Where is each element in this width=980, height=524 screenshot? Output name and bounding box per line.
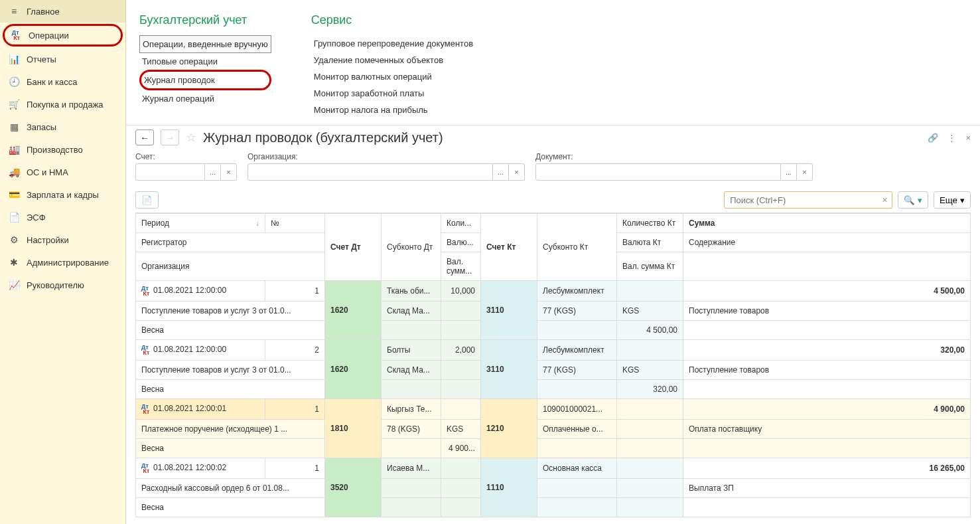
- table-row[interactable]: Расходный кассовый ордер 6 от 01.08...Вы…: [136, 479, 971, 498]
- th-valsumdt[interactable]: Вал. сумм...: [441, 252, 481, 281]
- table-row[interactable]: Дт Кт01.08.2021 12:00:0021620Болты2,0003…: [136, 340, 971, 361]
- sidebar-item-label: Банк и касса: [27, 77, 78, 87]
- table-row[interactable]: Поступление товаров и услуг 3 от 01.0...…: [136, 361, 971, 380]
- more-icon[interactable]: ⋮: [947, 133, 956, 143]
- submenu-link-1-0[interactable]: Операции, введенные вручную: [139, 35, 271, 53]
- th-valsumkt[interactable]: Вал. сумма Кт: [617, 252, 683, 281]
- th-registrar[interactable]: Регистратор: [136, 233, 325, 252]
- th-subkt[interactable]: Субконто Кт: [537, 214, 617, 281]
- cell-period: Дт Кт01.08.2021 12:00:01: [136, 399, 265, 420]
- filter-doc-clear-button[interactable]: ×: [797, 163, 813, 181]
- sidebar-item-manager[interactable]: 📈Руководителю: [0, 274, 125, 296]
- cell-subkt3: [537, 321, 617, 340]
- cell-subdt3: [382, 321, 441, 340]
- sidebar-item-reports[interactable]: 📊Отчеты: [0, 48, 125, 70]
- table-wrap[interactable]: Период↓ № Счет Дт Субконто Дт Коли... Сч…: [135, 213, 971, 524]
- submenu-link-2-0[interactable]: Групповое перепроведение документов: [311, 35, 476, 52]
- production-icon: 🏭: [8, 143, 20, 155]
- th-period[interactable]: Период↓: [136, 214, 265, 233]
- cell-subdt3: [382, 498, 441, 517]
- submenu-link-2-2[interactable]: Монитор валютных операций: [311, 68, 476, 85]
- submenu-links-2: Групповое перепроведение документовУдале…: [311, 35, 476, 118]
- filter-doc-input[interactable]: [535, 163, 781, 181]
- submenu-link-1-1[interactable]: Типовые операции: [139, 53, 271, 70]
- sidebar-item-settings[interactable]: ⚙Настройки: [0, 228, 125, 251]
- filter-doc-select-button[interactable]: ...: [781, 163, 797, 181]
- th-subdt[interactable]: Субконто Дт: [382, 214, 441, 281]
- th-num[interactable]: №: [265, 214, 325, 233]
- submenu: Бухгалтерский учет Операции, введенные в…: [126, 0, 980, 125]
- sidebar-item-bank[interactable]: 🕘Банк и касса: [0, 70, 125, 93]
- filter-account-clear-button[interactable]: ×: [221, 163, 237, 181]
- th-org[interactable]: Организация: [136, 252, 325, 281]
- table-row[interactable]: Весна: [136, 498, 971, 517]
- sidebar-item-esf[interactable]: 📄ЭСФ: [0, 206, 125, 228]
- settings-icon: ⚙: [8, 234, 20, 246]
- sidebar-item-salary[interactable]: 💳Зарплата и кадры: [0, 183, 125, 206]
- cell-valsumdt: 4 900...: [441, 439, 481, 458]
- filter-account-select-button[interactable]: ...: [205, 163, 221, 181]
- close-icon[interactable]: ×: [965, 133, 971, 143]
- table-row[interactable]: Весна4 500,00: [136, 321, 971, 340]
- salary-icon: 💳: [8, 189, 20, 201]
- th-descr[interactable]: Содержание: [683, 233, 971, 252]
- cell-subdt3: [382, 380, 441, 399]
- sidebar-item-assets[interactable]: 🚚ОС и НМА: [0, 161, 125, 183]
- table-row[interactable]: Дт Кт01.08.2021 12:00:0011620Ткань оби..…: [136, 281, 971, 302]
- cell-acckt: 1210: [481, 399, 537, 458]
- table-row[interactable]: Весна320,00: [136, 380, 971, 399]
- sidebar-item-purchase[interactable]: 🛒Покупка и продажа: [0, 93, 125, 116]
- th-accdt[interactable]: Счет Дт: [325, 214, 382, 281]
- th-valdt[interactable]: Валю...: [441, 233, 481, 252]
- table-row[interactable]: Дт Кт01.08.2021 12:00:0111810Кыргыз Те..…: [136, 399, 971, 420]
- search-clear-button[interactable]: ×: [878, 191, 892, 209]
- cell-valsumdt: [441, 498, 481, 517]
- th-sum[interactable]: Сумма: [683, 214, 971, 233]
- sidebar-item-operations[interactable]: Дт КтОперации: [3, 24, 123, 46]
- sidebar-item-label: Производство: [27, 145, 83, 155]
- submenu-link-1-2[interactable]: Журнал проводок: [139, 70, 271, 90]
- forward-button[interactable]: →: [161, 130, 179, 145]
- table-row[interactable]: Платежное поручение (исходящее) 1 ...78 …: [136, 420, 971, 439]
- submenu-title-service: Сервис: [311, 13, 476, 27]
- submenu-links-1: Операции, введенные вручнуюТиповые опера…: [139, 35, 271, 107]
- submenu-link-2-1[interactable]: Удаление помеченных объектов: [311, 52, 476, 68]
- submenu-link-2-3[interactable]: Монитор заработной платы: [311, 85, 476, 102]
- cell-subkt1: 109001000021...: [537, 399, 617, 420]
- cell-org: Весна: [136, 439, 325, 458]
- th-acckt[interactable]: Счет Кт: [481, 214, 537, 281]
- th-qty[interactable]: Коли...: [441, 214, 481, 233]
- dtk-icon: Дт Кт: [141, 345, 151, 355]
- table-row[interactable]: Весна4 900...: [136, 439, 971, 458]
- favorite-icon[interactable]: ☆: [186, 130, 196, 145]
- sidebar-item-admin[interactable]: ✱Администрирование: [0, 251, 125, 274]
- cell-acckt: 3110: [481, 281, 537, 340]
- open-document-button[interactable]: 📄: [135, 191, 159, 209]
- filter-org-input[interactable]: [247, 163, 493, 181]
- search-input[interactable]: [724, 191, 883, 209]
- table-row[interactable]: Дт Кт01.08.2021 12:00:0213520Исаева М...…: [136, 458, 971, 479]
- link-icon[interactable]: 🔗: [928, 133, 938, 143]
- submenu-link-2-4[interactable]: Монитор налога на прибыль: [311, 102, 476, 118]
- cell-subdt1: Ткань оби...: [382, 281, 441, 302]
- filter-org-clear-button[interactable]: ×: [509, 163, 525, 181]
- cell-subkt3: [537, 439, 617, 458]
- sidebar-item-production[interactable]: 🏭Производство: [0, 138, 125, 161]
- submenu-link-1-3[interactable]: Журнал операций: [139, 90, 271, 107]
- cell-qtykt: [617, 458, 683, 479]
- filter-org-select-button[interactable]: ...: [493, 163, 509, 181]
- stock-icon: ▦: [8, 121, 20, 133]
- filters: Счет: ... × Организация: ... × Документ:: [126, 149, 980, 187]
- sidebar-item-main[interactable]: ≡Главное: [0, 0, 125, 23]
- sidebar-item-label: Операции: [29, 31, 69, 41]
- filter-account-input[interactable]: [135, 163, 205, 181]
- back-button[interactable]: ←: [135, 130, 154, 145]
- th-qtykt[interactable]: Количество Кт: [617, 214, 683, 233]
- table-row[interactable]: Поступление товаров и услуг 3 от 01.0...…: [136, 302, 971, 321]
- manager-icon: 📈: [8, 279, 20, 291]
- search-button[interactable]: 🔍 ▾: [898, 191, 928, 209]
- more-button[interactable]: Еще ▾: [934, 191, 971, 209]
- cell-num: 2: [265, 340, 325, 361]
- th-valkt[interactable]: Валюта Кт: [617, 233, 683, 252]
- sidebar-item-stock[interactable]: ▦Запасы: [0, 116, 125, 138]
